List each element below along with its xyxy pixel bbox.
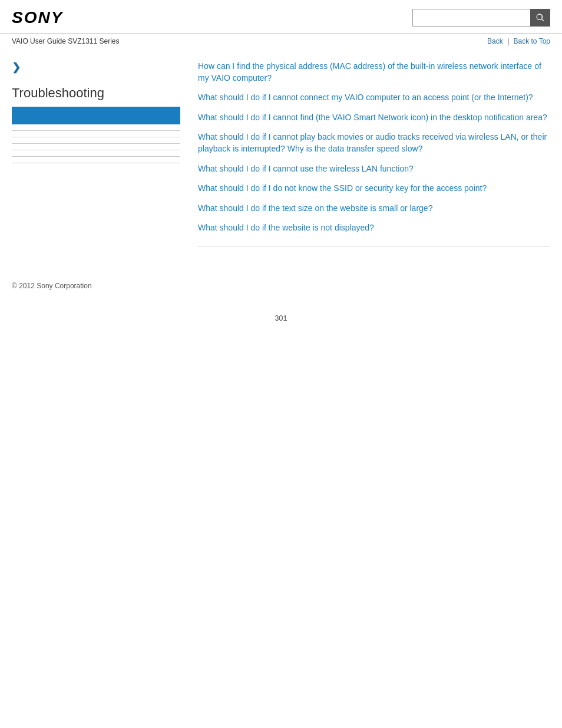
sidebar-items (12, 130, 180, 163)
list-item: What should I do if the text size on the… (198, 203, 550, 215)
content-link-3[interactable]: What should I do if I cannot play back m… (198, 132, 547, 153)
list-item: How can I find the physical address (MAC… (198, 61, 550, 84)
search-box (412, 9, 550, 27)
sony-logo: SONY (12, 8, 63, 27)
sidebar-title: Troubleshooting (12, 85, 180, 101)
nav-separator: | (507, 37, 509, 45)
content-link-6[interactable]: What should I do if the text size on the… (198, 203, 432, 213)
list-item: What should I do if I cannot play back m… (198, 131, 550, 154)
copyright: © 2012 Sony Corporation (12, 282, 92, 290)
content-link-7[interactable]: What should I do if the website is not d… (198, 223, 374, 232)
content-area: How can I find the physical address (MAC… (192, 61, 550, 264)
content-bottom-divider (198, 246, 550, 246)
search-button[interactable] (530, 9, 550, 27)
content-link-0[interactable]: How can I find the physical address (MAC… (198, 61, 541, 83)
page-number: 301 (0, 302, 562, 334)
main-content: ❯ Troubleshooting How can I find the phy… (0, 49, 562, 276)
list-item: What should I do if I cannot use the wir… (198, 163, 550, 175)
content-link-2[interactable]: What should I do if I cannot find (the V… (198, 113, 547, 122)
list-item: What should I do if I do not know the SS… (198, 183, 550, 195)
sidebar-divider-2 (12, 137, 180, 137)
content-link-4[interactable]: What should I do if I cannot use the wir… (198, 164, 414, 173)
list-item: What should I do if I cannot connect my … (198, 92, 550, 104)
sidebar-divider-1 (12, 130, 180, 131)
sidebar-active-item[interactable] (12, 107, 180, 124)
search-input[interactable] (412, 9, 530, 27)
sidebar-divider-5 (12, 156, 180, 157)
search-icon (535, 13, 545, 22)
sidebar-divider-3 (12, 143, 180, 144)
content-link-5[interactable]: What should I do if I do not know the SS… (198, 183, 487, 193)
content-links: How can I find the physical address (MAC… (198, 61, 550, 234)
sidebar-divider-4 (12, 150, 180, 150)
header: SONY (0, 0, 562, 34)
back-to-top-link[interactable]: Back to Top (514, 37, 550, 45)
guide-title: VAIO User Guide SVZ1311 Series (12, 37, 120, 45)
nav-links: Back | Back to Top (487, 37, 550, 45)
back-link[interactable]: Back (487, 37, 503, 45)
sidebar-divider-6 (12, 163, 180, 163)
footer: © 2012 Sony Corporation (0, 276, 562, 302)
content-link-1[interactable]: What should I do if I cannot connect my … (198, 93, 533, 102)
nav-bar: VAIO User Guide SVZ1311 Series Back | Ba… (0, 34, 562, 49)
list-item: What should I do if I cannot find (the V… (198, 112, 550, 124)
sidebar: ❯ Troubleshooting (12, 61, 192, 264)
list-item: What should I do if the website is not d… (198, 222, 550, 234)
sidebar-chevron: ❯ (12, 61, 180, 74)
